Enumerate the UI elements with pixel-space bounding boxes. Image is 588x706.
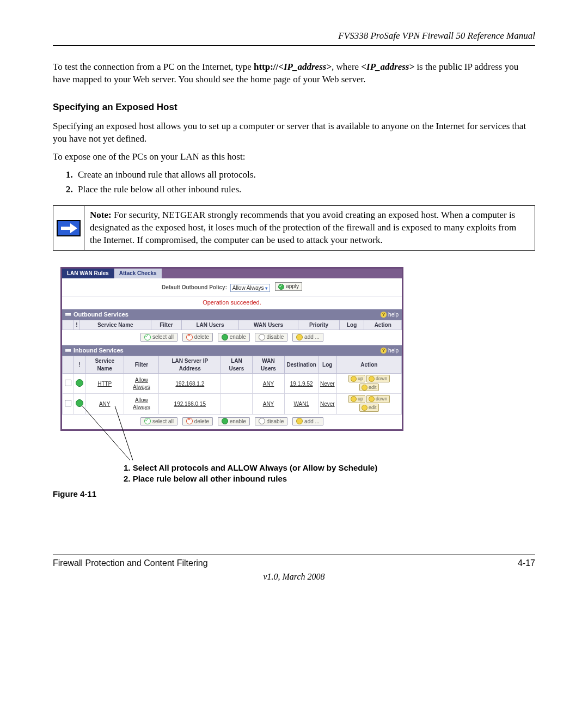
select-all-button[interactable]: select all bbox=[140, 333, 177, 342]
policy-label: Default Outbound Policy: bbox=[162, 285, 227, 291]
apply-button[interactable]: apply bbox=[275, 282, 302, 291]
router-window: LAN WAN Rules Attack Checks Default Outb… bbox=[60, 267, 403, 431]
step-text: Create an inbound rule that allows all p… bbox=[78, 169, 256, 180]
select-all-button[interactable]: select all bbox=[140, 417, 177, 426]
step-num: 2. bbox=[66, 184, 78, 196]
inbound-section-bar: Inbound Services ?help bbox=[62, 345, 402, 356]
cell-service[interactable]: ANY bbox=[85, 394, 124, 414]
edit-icon bbox=[362, 385, 367, 391]
cell-log[interactable]: Never bbox=[318, 394, 336, 414]
table-row: HTTP Allow Always 192.168.1.2 ANY 19.1.9… bbox=[63, 374, 402, 394]
col-lanip: LAN Server IP Address bbox=[159, 356, 221, 374]
cell-wanusers[interactable]: ANY bbox=[252, 374, 285, 394]
page-footer: Firewall Protection and Content Filterin… bbox=[53, 555, 535, 569]
col-log: Log bbox=[339, 320, 364, 330]
checkbox[interactable] bbox=[65, 400, 71, 406]
screenshot: LAN WAN Rules Attack Checks Default Outb… bbox=[60, 267, 409, 431]
edit-button[interactable]: edit bbox=[359, 404, 379, 411]
note-body: For security, NETGEAR strongly recommend… bbox=[90, 210, 516, 245]
check-icon bbox=[278, 284, 284, 290]
up-button[interactable]: up bbox=[348, 375, 365, 382]
table-row: ANY Allow Always 192.168.0.15 ANY WAN1 N… bbox=[63, 394, 402, 414]
cell-service[interactable]: HTTP bbox=[85, 374, 124, 394]
hamburger-icon bbox=[65, 313, 71, 317]
url-bold: http:// bbox=[254, 62, 278, 72]
up-button[interactable]: up bbox=[348, 395, 365, 403]
footer-right: 4-17 bbox=[518, 557, 535, 569]
cell-action: updownedit bbox=[336, 374, 401, 394]
edit-button[interactable]: edit bbox=[359, 384, 379, 391]
checkbox[interactable] bbox=[65, 380, 71, 386]
add-button[interactable]: add ... bbox=[292, 333, 323, 342]
col-service: Service Name bbox=[80, 320, 151, 330]
arrow-right-icon bbox=[57, 220, 81, 236]
col-filter: Filter bbox=[151, 320, 182, 330]
col-wanusers: WAN Users bbox=[252, 356, 285, 374]
outbound-table: ! Service Name Filter LAN Users WAN User… bbox=[62, 320, 402, 331]
cell-action: updownedit bbox=[336, 394, 401, 414]
col-log: Log bbox=[318, 356, 336, 374]
down-icon bbox=[369, 396, 375, 402]
disable-button[interactable]: disable bbox=[255, 333, 288, 342]
text: , where bbox=[332, 62, 361, 72]
section-paragraph-1: Specifying an exposed host allows you to… bbox=[53, 120, 535, 145]
callout-text: 1. Select All protocols and ALLOW Always… bbox=[124, 462, 535, 485]
cell-dest[interactable]: WAN1 bbox=[285, 394, 318, 414]
step-text: Place the rule below all other inbound r… bbox=[78, 184, 241, 194]
tab-lan-wan-rules[interactable]: LAN WAN Rules bbox=[62, 269, 114, 278]
delete-button[interactable]: delete bbox=[182, 417, 213, 426]
inbound-table: ! Service Name Filter LAN Server IP Addr… bbox=[62, 356, 402, 414]
col-action: Action bbox=[336, 356, 401, 374]
col-lanusers: LAN Users bbox=[221, 356, 252, 374]
inbound-title: Inbound Services bbox=[74, 346, 124, 355]
note-box: Note: For security, NETGEAR strongly rec… bbox=[53, 205, 535, 251]
delete-button[interactable]: delete bbox=[182, 333, 213, 342]
help-link[interactable]: ?help bbox=[381, 311, 399, 319]
x-icon bbox=[186, 334, 193, 340]
outbound-buttons: select all delete enable disable add ... bbox=[62, 330, 402, 345]
callout-line-2: 2. Place rule below all other inbound ru… bbox=[124, 473, 535, 484]
cell-log[interactable]: Never bbox=[318, 374, 336, 394]
policy-select[interactable]: Allow Always ▾ bbox=[230, 284, 271, 293]
ip-placeholder: <IP_address> bbox=[361, 62, 414, 72]
tab-attack-checks[interactable]: Attack Checks bbox=[114, 269, 162, 278]
cell-lanip[interactable]: 192.168.1.2 bbox=[159, 374, 221, 394]
text: To test the connection from a PC on the … bbox=[53, 62, 254, 72]
col-priority: Priority bbox=[298, 320, 340, 330]
edit-icon bbox=[362, 405, 367, 411]
cell-dest[interactable]: 19.1.9.52 bbox=[285, 374, 318, 394]
inbound-buttons: select all delete enable disable add ... bbox=[62, 415, 402, 429]
cell-lanusers bbox=[221, 394, 252, 414]
col-alert: ! bbox=[74, 320, 80, 330]
up-icon bbox=[351, 376, 357, 382]
chevron-down-icon: ▾ bbox=[265, 285, 268, 291]
down-button[interactable]: down bbox=[366, 375, 390, 382]
ip-placeholder: <IP_address> bbox=[278, 62, 332, 72]
col-dest: Destination bbox=[285, 356, 318, 374]
up-icon bbox=[351, 396, 357, 402]
down-icon bbox=[369, 376, 375, 382]
tab-bar: LAN WAN Rules Attack Checks bbox=[62, 269, 402, 278]
disable-icon bbox=[259, 418, 265, 424]
cell-lanip[interactable]: 192.168.0.15 bbox=[159, 394, 221, 414]
status-icon bbox=[76, 399, 83, 407]
add-button[interactable]: add ... bbox=[292, 417, 323, 426]
status-message: Operation succeeded. bbox=[62, 296, 402, 309]
cell-filter[interactable]: Allow Always bbox=[124, 394, 159, 414]
disable-icon bbox=[259, 334, 265, 340]
steps-list: 1.Create an inbound rule that allows all… bbox=[53, 169, 535, 196]
col-service: Service Name bbox=[85, 356, 124, 374]
down-button[interactable]: down bbox=[366, 395, 390, 403]
outbound-section-bar: Outbound Services ?help bbox=[62, 309, 402, 320]
enable-button[interactable]: enable bbox=[218, 417, 250, 426]
cell-wanusers[interactable]: ANY bbox=[252, 394, 285, 414]
outbound-title: Outbound Services bbox=[74, 311, 128, 319]
help-link[interactable]: ?help bbox=[381, 347, 399, 355]
cell-filter[interactable]: Allow Always bbox=[124, 374, 159, 394]
enable-button[interactable]: enable bbox=[218, 333, 250, 342]
add-icon bbox=[296, 418, 303, 424]
policy-row: Default Outbound Policy: Allow Always ▾ … bbox=[62, 278, 402, 296]
step-num: 1. bbox=[66, 169, 78, 181]
disable-button[interactable]: disable bbox=[255, 417, 288, 426]
check-icon bbox=[144, 334, 151, 340]
